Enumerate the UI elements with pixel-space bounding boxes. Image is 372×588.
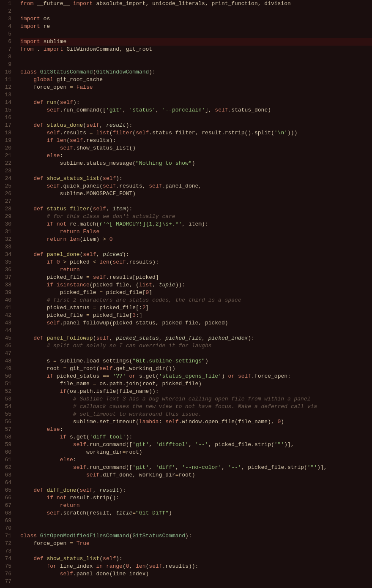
code-line: # split out solely so I can override it … — [20, 342, 372, 350]
line-number: 28 — [0, 205, 11, 213]
code-line — [20, 30, 372, 38]
code-line: class GitOpenModifiedFilesCommand(GitSta… — [20, 532, 372, 540]
line-number: 14 — [0, 99, 11, 106]
code-line: self.run_command(['git', 'difftool', '--… — [20, 441, 372, 449]
code-line: if len(self.results): — [20, 137, 372, 144]
code-line: if s.get('diff_tool'): — [20, 433, 372, 441]
line-number: 4 — [0, 23, 11, 30]
code-line — [20, 167, 372, 175]
code-line — [20, 547, 372, 555]
line-number: 37 — [0, 274, 11, 281]
code-line: force_open = True — [20, 540, 372, 547]
code-line: self.panel_done(line_index) — [20, 570, 372, 578]
code-line: self.scratch(result, title="Git Diff") — [20, 509, 372, 517]
code-line: else: — [20, 152, 372, 160]
code-line — [20, 53, 372, 61]
line-number: 42 — [0, 312, 11, 319]
line-number: 71 — [0, 532, 11, 540]
line-number: 12 — [0, 84, 11, 91]
code-line — [20, 327, 372, 335]
code-line: self.show_status_list() — [20, 144, 372, 152]
line-number: 38 — [0, 281, 11, 289]
code-line: def status_filter(self, item): — [20, 205, 372, 213]
code-line: return — [20, 502, 372, 509]
line-number: 15 — [0, 106, 11, 114]
line-number: 24 — [0, 175, 11, 182]
line-number: 47 — [0, 350, 11, 357]
line-number: 39 — [0, 289, 11, 297]
code-line: def panel_followup(self, picked_status, … — [20, 335, 372, 342]
code-line: sublime.MONOSPACE_FONT) — [20, 190, 372, 198]
code-line: s = sublime.load_settings("Git.sublime-s… — [20, 357, 372, 365]
code-line — [20, 525, 372, 532]
code-line — [20, 350, 372, 357]
line-number: 48 — [0, 357, 11, 365]
code-line: self.run_command(['git', 'status', '--po… — [20, 106, 372, 114]
line-number: 45 — [0, 335, 11, 342]
line-number: 41 — [0, 304, 11, 312]
code-content[interactable]: from __future__ import absolute_import, … — [15, 0, 372, 588]
line-number: 77 — [0, 578, 11, 585]
code-line: if(os.path.isfile(file_name)): — [20, 388, 372, 395]
line-number: 60 — [0, 449, 11, 456]
code-line — [20, 114, 372, 122]
code-line — [20, 198, 372, 205]
code-line: if not result.strip(): — [20, 494, 372, 502]
line-number-gutter: 1234567891011121314151617181920212223242… — [0, 0, 15, 588]
line-number: 29 — [0, 213, 11, 220]
code-line: def run(self): — [20, 99, 372, 106]
code-line: import re — [20, 23, 372, 30]
line-number: 61 — [0, 456, 11, 464]
line-number: 3 — [0, 15, 11, 23]
line-number: 21 — [0, 152, 11, 160]
code-line: else: — [20, 426, 372, 433]
code-line — [20, 61, 372, 68]
code-line: # first 2 characters are status codes, t… — [20, 297, 372, 304]
line-number: 75 — [0, 563, 11, 570]
code-line: # for this class we don't actually care — [20, 213, 372, 220]
code-line — [20, 479, 372, 487]
code-line: picked_status = picked_file[:2] — [20, 304, 372, 312]
line-number: 67 — [0, 502, 11, 509]
line-number: 34 — [0, 251, 11, 259]
line-number: 31 — [0, 228, 11, 236]
code-line: picked_file = self.results[picked] — [20, 274, 372, 281]
line-number: 52 — [0, 388, 11, 395]
line-number: 59 — [0, 441, 11, 449]
code-line — [20, 578, 372, 585]
line-number: 10 — [0, 68, 11, 76]
code-line: from __future__ import absolute_import, … — [20, 0, 372, 8]
line-number: 64 — [0, 479, 11, 487]
code-line: return len(item) > 0 — [20, 236, 372, 243]
code-line — [20, 517, 372, 525]
line-number: 40 — [0, 297, 11, 304]
line-number: 7 — [0, 46, 11, 53]
line-number: 33 — [0, 243, 11, 251]
line-number: 68 — [0, 509, 11, 517]
line-number: 63 — [0, 471, 11, 479]
line-number: 74 — [0, 555, 11, 563]
line-number: 13 — [0, 91, 11, 99]
line-number: 18 — [0, 129, 11, 137]
line-number: 11 — [0, 76, 11, 84]
line-number: 44 — [0, 327, 11, 335]
code-line: file_name = os.path.join(root, picked_fi… — [20, 380, 372, 388]
line-number: 56 — [0, 418, 11, 426]
code-line: else: — [20, 456, 372, 464]
line-number: 32 — [0, 236, 11, 243]
code-line: class GitStatusCommand(GitWindowCommand)… — [20, 68, 372, 76]
code-line: if isinstance(picked_file, (list, tuple)… — [20, 281, 372, 289]
line-number: 30 — [0, 220, 11, 228]
line-number: 20 — [0, 144, 11, 152]
code-line: self.run_command(['git', 'diff', '--no-c… — [20, 464, 372, 471]
code-line: self.panel_followup(picked_status, picke… — [20, 319, 372, 327]
code-editor: 1234567891011121314151617181920212223242… — [0, 0, 372, 588]
code-line: # set_timeout to workaround this issue. — [20, 411, 372, 418]
line-number: 70 — [0, 525, 11, 532]
code-line: def show_status_list(self): — [20, 555, 372, 563]
code-line: import os — [20, 15, 372, 23]
line-number: 69 — [0, 517, 11, 525]
line-number: 19 — [0, 137, 11, 144]
line-number: 46 — [0, 342, 11, 350]
code-line: picked_file = picked_file[0] — [20, 289, 372, 297]
